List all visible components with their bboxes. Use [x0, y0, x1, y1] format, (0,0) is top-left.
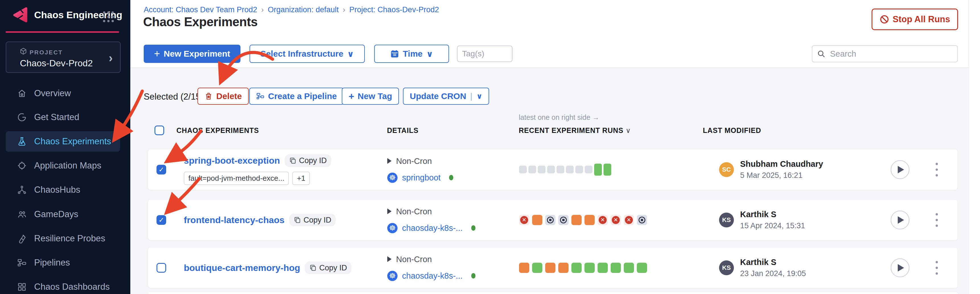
run-status-warning[interactable] [519, 263, 529, 273]
run-status-warning[interactable] [584, 215, 595, 225]
expand-triangle-icon [387, 209, 391, 214]
experiment-details: Non-Cron☸springboot [387, 156, 453, 183]
new-tag-button[interactable]: + New Tag [342, 87, 399, 105]
select-infrastructure-dropdown[interactable]: Select Infrastructure ∨ [250, 44, 365, 63]
run-status-passed[interactable] [532, 263, 542, 273]
row-checkbox[interactable] [156, 263, 166, 273]
run-status-passed[interactable] [571, 263, 582, 273]
run-status-failed[interactable]: ✕ [611, 215, 621, 225]
copy-id-button[interactable]: Copy ID [289, 213, 336, 226]
cron-type-line[interactable]: Non-Cron [387, 156, 453, 166]
sidebar-item-gamedays[interactable]: GameDays [6, 204, 120, 224]
experiment-tags: fault=pod-jvm-method-exce...+1 [184, 172, 331, 185]
run-status-warning[interactable] [558, 263, 568, 273]
stopped-icon [560, 216, 567, 223]
run-experiment-button[interactable] [891, 160, 910, 179]
sidebar-item-get-started[interactable]: Get Started [6, 107, 120, 127]
failed-x-icon: ✕ [625, 216, 633, 224]
run-status-stopped[interactable] [558, 215, 568, 225]
run-status-passed[interactable] [637, 263, 647, 273]
row-menu-button[interactable] [931, 210, 942, 230]
stop-all-runs-button[interactable]: Stop All Runs [872, 8, 958, 30]
experiment-name-line: spring-boot-exceptionCopy ID [184, 154, 331, 167]
sidebar-item-chaos-experiments[interactable]: Chaos Experiments [6, 131, 120, 152]
sidebar-item-overview[interactable]: Overview [6, 83, 120, 103]
tags-filter-input[interactable] [457, 46, 512, 62]
sidebar-item-application-maps[interactable]: Application Maps [6, 156, 120, 176]
run-status-empty[interactable] [528, 166, 536, 173]
people-icon [17, 210, 27, 219]
time-filter-dropdown[interactable]: Time ∨ [374, 44, 449, 63]
row-checkbox[interactable]: ✓ [156, 215, 166, 225]
run-status-passed-latest[interactable] [594, 164, 602, 176]
sidebar-item-resilience-probes[interactable]: Resilience Probes [6, 228, 120, 249]
app-switcher-icon[interactable] [103, 11, 114, 22]
harness-chaos-logo[interactable] [11, 6, 28, 24]
run-status-failed[interactable]: ✕ [519, 215, 529, 225]
copy-id-button[interactable]: Copy ID [285, 154, 331, 167]
new-experiment-button[interactable]: + New Experiment [144, 44, 240, 63]
row-menu-button[interactable] [931, 258, 942, 278]
run-experiment-button[interactable] [891, 211, 910, 229]
run-status-passed-latest[interactable] [603, 164, 611, 176]
run-status-stopped[interactable] [637, 215, 647, 225]
row-checkbox[interactable]: ✓ [156, 165, 166, 175]
experiment-name-link[interactable]: frontend-latency-chaos [184, 215, 285, 225]
update-cron-button[interactable]: Update CRON | ∨ [403, 87, 489, 105]
run-status-failed[interactable]: ✕ [598, 215, 608, 225]
create-pipeline-label: Create a Pipeline [268, 91, 337, 101]
tag-pill[interactable]: +1 [292, 172, 310, 185]
delete-button[interactable]: Delete [197, 87, 249, 105]
experiment-name-link[interactable]: spring-boot-exception [184, 156, 280, 166]
run-status-empty[interactable] [538, 166, 546, 173]
project-selector[interactable]: PROJECT Chaos-Dev-Prod2 › [6, 41, 121, 73]
run-status-empty[interactable] [566, 166, 574, 173]
chevron-down-icon[interactable]: ∨ [476, 92, 482, 101]
failed-x-icon: ✕ [520, 216, 528, 224]
run-status-passed[interactable] [584, 263, 595, 273]
failed-x-icon: ✕ [599, 216, 607, 224]
run-status-warning[interactable] [571, 215, 582, 225]
time-filter-label: Time [403, 49, 423, 59]
column-header-recent-runs[interactable]: RECENT EXPERIMENT RUNS∨ [519, 126, 631, 135]
scrollbar-gutter[interactable] [969, 0, 980, 294]
run-status-empty[interactable] [575, 166, 583, 173]
project-label: PROJECT [30, 49, 63, 56]
sidebar-item-label: Pipelines [34, 257, 70, 268]
infrastructure-link[interactable]: chaosday-k8s-... [402, 223, 463, 233]
modified-date: 15 Apr 2024, 15:31 [740, 221, 805, 230]
row-menu-button[interactable] [931, 160, 942, 180]
run-status-empty[interactable] [585, 166, 592, 173]
run-status-passed[interactable] [598, 263, 608, 273]
infrastructure-link[interactable]: springboot [402, 173, 441, 183]
breadcrumb-item[interactable]: Project: Chaos-Dev-Prod2 [350, 5, 439, 14]
sidebar-item-chaos-dashboards[interactable]: Chaos Dashboards [6, 277, 120, 294]
run-status-empty[interactable] [547, 166, 555, 173]
run-status-passed[interactable] [611, 263, 621, 273]
infrastructure-link[interactable]: chaosday-k8s-... [402, 271, 463, 281]
create-pipeline-button[interactable]: Create a Pipeline [249, 87, 344, 105]
modified-by-name: Shubham Chaudhary [740, 159, 823, 169]
new-tag-label: New Tag [358, 91, 392, 101]
breadcrumb-item[interactable]: Account: Chaos Dev Team Prod2 [144, 5, 257, 14]
run-status-empty[interactable] [519, 166, 527, 173]
run-status-empty[interactable] [557, 166, 564, 173]
run-status-failed[interactable]: ✕ [624, 215, 634, 225]
run-status-passed[interactable] [624, 263, 634, 273]
run-status-warning[interactable] [532, 215, 542, 225]
sidebar-item-pipelines[interactable]: Pipelines [6, 253, 120, 273]
run-status-stopped[interactable] [545, 215, 555, 225]
experiment-name-link[interactable]: boutique-cart-memory-hog [184, 262, 300, 273]
run-experiment-button[interactable] [891, 258, 910, 277]
tag-pill[interactable]: fault=pod-jvm-method-exce... [184, 172, 289, 185]
run-status-warning[interactable] [545, 263, 555, 273]
sidebar-item-label: GameDays [34, 209, 78, 219]
select-all-checkbox[interactable] [154, 126, 164, 135]
avatar: KS [719, 261, 734, 275]
cron-type-line[interactable]: Non-Cron [387, 207, 476, 216]
breadcrumb-item[interactable]: Organization: default [268, 5, 339, 14]
sidebar-item-chaoshubs[interactable]: ChaosHubs [6, 180, 120, 200]
cron-type-line[interactable]: Non-Cron [387, 254, 476, 264]
copy-id-button[interactable]: Copy ID [305, 261, 352, 274]
search-input[interactable] [829, 49, 953, 59]
